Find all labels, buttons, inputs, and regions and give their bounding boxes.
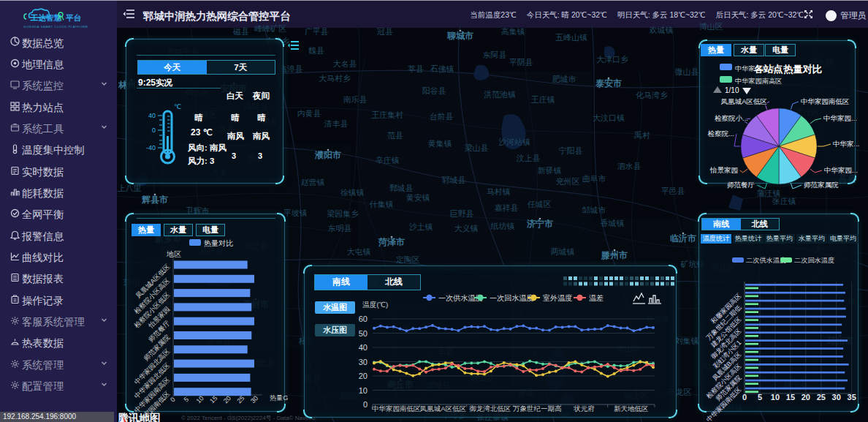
svg-text:磁县: 磁县 [232,27,249,36]
svg-text:一次回水温度: 一次回水温度 [490,294,534,302]
svg-text:黄集镇: 黄集镇 [428,139,452,148]
svg-text:检察院...: 检察院... [708,129,734,137]
svg-text:15: 15 [208,394,218,404]
svg-text:20: 20 [222,394,232,404]
svg-text:梁园集乡: 梁园集乡 [327,209,359,218]
svg-text:郓城县: 郓城县 [442,176,466,184]
svg-text:曲阜市: 曲阜市 [582,174,606,183]
svg-text:聊城市: 聊城市 [446,31,473,41]
svg-text:肥城市: 肥城市 [552,75,576,83]
svg-text:平阴县: 平阴县 [509,58,533,67]
svg-text:冠县: 冠县 [377,27,393,36]
svg-text:马村镇: 马村镇 [487,187,511,196]
svg-text:峰峰矿区: 峰峰矿区 [254,24,286,33]
svg-text:10: 10 [195,394,205,404]
svg-text:状元府: 状元府 [573,404,595,412]
svg-text:大津口乡: 大津口乡 [596,55,628,64]
svg-text:平台: 平台 [66,13,82,22]
svg-text:高集镇: 高集镇 [501,27,525,36]
svg-text:嘉祥县: 嘉祥县 [495,203,519,212]
svg-text:沙河站镇: 沙河站镇 [498,137,530,146]
svg-text:博山区: 博山区 [699,22,723,31]
svg-text:25: 25 [817,393,826,402]
svg-text:东阿县: 东阿县 [483,50,507,59]
svg-text:阳谷县: 阳谷县 [422,86,446,95]
svg-text:临沂市: 临沂市 [670,233,696,244]
svg-text:师范家属院: 师范家属院 [804,181,839,189]
svg-text:欢城镇: 欢城镇 [650,26,674,34]
svg-text:洪范池镇: 洪范池镇 [484,90,516,99]
svg-text:纸坊镇: 纸坊镇 [490,222,515,230]
svg-text:泰安市: 泰安市 [595,78,622,88]
svg-text:平邑县: 平邑县 [661,186,685,195]
svg-text:新驿镇: 新驿镇 [538,166,562,175]
svg-text:GONGDA SMART CLOUD PLATFORM: GONGDA SMART CLOUD PLATFORM [23,25,88,29]
svg-text:上八里: 上八里 [118,184,142,192]
svg-text:万象世纪一期高: 万象世纪一期高 [513,404,562,412]
svg-text:辛庄镇: 辛庄镇 [376,156,400,165]
svg-text:新天地低区: 新天地低区 [614,404,649,412]
svg-text:内黄县: 内黄县 [297,109,321,118]
svg-text:大名县: 大名县 [333,59,357,68]
svg-text:清丰县: 清丰县 [324,119,349,128]
svg-text:0: 0 [169,396,177,404]
svg-text:泗水县: 泗水县 [617,162,642,170]
svg-text:禹村: 禹村 [634,131,650,140]
svg-text:菏泽市: 菏泽市 [378,237,405,247]
svg-text:两城镇: 两城镇 [551,247,575,256]
svg-text:15: 15 [786,393,795,402]
svg-text:魏县: 魏县 [308,46,324,55]
svg-text:御龙湾北低区: 御龙湾北低区 [469,404,511,412]
svg-text:平坡镇: 平坡镇 [283,208,308,217]
svg-text:刘集镇: 刘集镇 [675,336,699,345]
svg-text:凤凰城A区低区: 凤凰城A区低区 [420,404,466,412]
svg-text:中华家园...: 中华家园... [823,114,857,122]
svg-text:60: 60 [359,314,368,323]
svg-text:热量G: 热量G [270,394,288,402]
svg-text:五峰山镇: 五峰山镇 [555,33,587,42]
svg-text:什集镇: 什集镇 [369,200,394,208]
svg-text:台前县: 台前县 [430,112,454,121]
svg-text:定陶区: 定陶区 [396,255,420,264]
svg-text:张庄镇: 张庄镇 [772,197,796,206]
svg-text:中华家园南低区: 中华家园南低区 [372,404,421,412]
svg-text:任城区: 任城区 [528,200,552,208]
svg-text:赵营镇: 赵营镇 [301,178,325,186]
svg-text:0: 0 [742,393,747,402]
svg-text:温度(℃): 温度(℃) [362,301,388,309]
svg-text:广平县: 广平县 [305,27,329,36]
svg-text:40: 40 [148,112,156,119]
svg-text:辉县市: 辉县市 [141,195,168,205]
svg-text:大屯镇: 大屯镇 [347,247,371,256]
svg-text:汶上县: 汶上县 [517,154,541,162]
svg-text:济宁市: 济宁市 [526,219,553,229]
svg-text:0: 0 [363,400,368,409]
svg-text:35: 35 [848,393,856,402]
svg-text:宁阳县: 宁阳县 [559,146,583,155]
svg-text:南乐县: 南乐县 [343,95,368,104]
svg-text:50: 50 [359,329,368,338]
svg-text:20: 20 [802,393,810,402]
svg-text:兖州区: 兖州区 [556,177,580,186]
svg-text:王庄集村: 王庄集村 [371,110,403,119]
svg-text:℃: ℃ [174,103,181,110]
svg-text:微山县: 微山县 [675,67,699,76]
svg-text:25: 25 [235,394,245,404]
svg-text:20: 20 [359,372,368,380]
svg-text:化马湾乡: 化马湾乡 [636,91,668,99]
svg-text:凤凰城A区低区: 凤凰城A区低区 [721,97,767,105]
svg-text:怡景家园: 怡景家园 [709,166,738,174]
svg-text:检察院小...: 检察院小... [715,114,748,122]
svg-text:30: 30 [832,393,841,402]
svg-text:温差: 温差 [589,294,604,302]
svg-text:大马村乡: 大马村乡 [319,74,351,83]
svg-text:徐镇镇: 徐镇镇 [340,188,365,197]
svg-text:梁山县: 梁山县 [465,143,489,152]
svg-text:中华家园南低区: 中华家园南低区 [801,97,850,105]
svg-text:中华家园...: 中华家园... [824,166,858,174]
svg-text:30: 30 [249,394,259,404]
svg-text:工达智慧: 工达智慧 [30,13,62,22]
svg-text:5: 5 [183,396,191,404]
svg-text:大义镇: 大义镇 [454,224,479,233]
svg-text:10: 10 [359,386,368,395]
